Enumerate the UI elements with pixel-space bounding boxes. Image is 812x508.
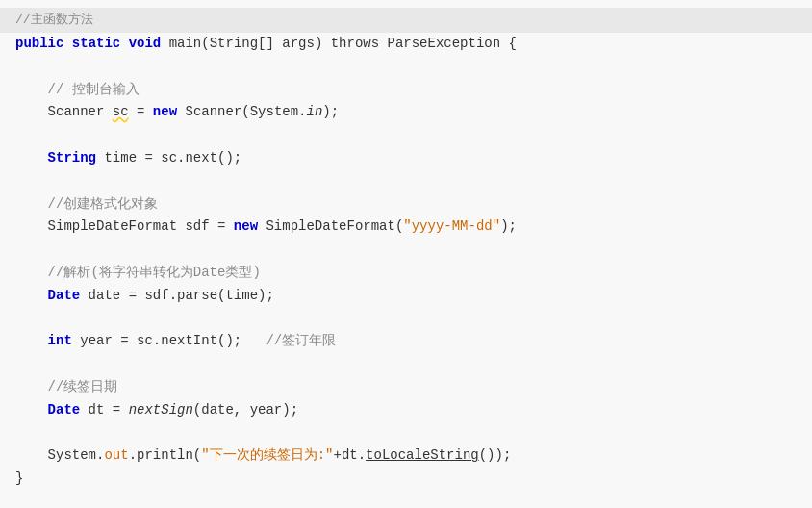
keyword-new-2: new [234, 216, 258, 239]
comment-format-obj: //创建格式化对象 [15, 193, 158, 216]
sdf-new: SimpleDateFormat( [258, 216, 403, 239]
comment-parse: //解析(将字符串转化为Date类型) [15, 262, 261, 285]
keyword-new-1: new [153, 101, 177, 124]
concat-text: +dt. [333, 444, 366, 468]
code-container: //主函数方法 public static void main(String[]… [0, 0, 812, 508]
scanner-type: Scanner [48, 101, 113, 124]
section-header-line: //主函数方法 [0, 8, 812, 33]
keyword-int: int [48, 330, 72, 353]
indent [15, 101, 48, 124]
blank-line-2 [0, 124, 812, 147]
code-line-scanner: Scanner sc = new Scanner(System. in ); [0, 101, 812, 124]
indent [15, 444, 48, 468]
indent [15, 399, 48, 422]
code-line-close-brace: } [0, 468, 812, 491]
code-line-1: public static void main(String[] args) t… [0, 33, 812, 56]
blank-line-7 [0, 422, 812, 445]
keyword-static: static [72, 33, 120, 56]
keyword-public: public [15, 33, 63, 56]
code-line-dt: Date dt = nextSign (date, year); [0, 399, 812, 422]
indent [15, 330, 48, 353]
scanner-end: ); [322, 101, 339, 124]
space [120, 33, 128, 56]
code-line-comment-4: //续签日期 [0, 376, 812, 399]
scanner-new: Scanner(System. [177, 101, 306, 124]
space: dt = [80, 399, 128, 422]
indent [15, 147, 48, 170]
sdf-type: SimpleDateFormat sdf = [48, 216, 234, 239]
code-line-comment-3: //解析(将字符串转化为Date类型) [0, 262, 812, 285]
dt-rest: (date, year); [193, 399, 298, 422]
code-line-int-year: int year = sc.nextInt(); //签订年限 [0, 330, 812, 353]
close-brace: } [15, 468, 23, 491]
comment-year-limit: //签订年限 [266, 330, 336, 353]
method-main: main(String[] args) throws ParseExceptio… [161, 33, 517, 56]
system-in: in [307, 101, 323, 124]
string-date-format: "yyyy-MM-dd" [403, 216, 500, 239]
out-text: out [104, 444, 128, 468]
to-locale-string: toLocaleString [366, 444, 479, 468]
blank-line-3 [0, 170, 812, 193]
code-line-println: System. out .println( "下一次的续签日为:" +dt. t… [0, 444, 812, 468]
indent [15, 285, 48, 308]
sdf-end: ); [500, 216, 517, 239]
blank-line-4 [0, 239, 812, 262]
println-text: .println( [129, 444, 202, 468]
code-line-sdf: SimpleDateFormat sdf = new SimpleDateFor… [0, 216, 812, 239]
space [63, 33, 71, 56]
indent [15, 216, 48, 239]
code-line-date-parse: Date date = sdf.parse(time); [0, 285, 812, 308]
scanner-var: sc [113, 101, 129, 124]
code-line-comment-1: // 控制台输入 [0, 79, 812, 102]
scanner-assign: = [129, 101, 153, 124]
comment-renew-date: //续签日期 [15, 376, 117, 399]
code-line-string-time: String time = sc.next(); [0, 147, 812, 170]
keyword-string: String [48, 147, 96, 170]
date-parse-rest: date = sdf.parse(time); [80, 285, 274, 308]
code-line-comment-2: //创建格式化对象 [0, 193, 812, 216]
system-text: System. [48, 444, 105, 468]
next-sign-call: nextSign [129, 399, 193, 422]
year-rest: year = sc.nextInt(); [72, 330, 266, 353]
string-output: "下一次的续签日为:" [201, 444, 333, 468]
blank-line-1 [0, 56, 812, 79]
time-rest: time = sc.next(); [96, 147, 241, 170]
keyword-date-1: Date [48, 285, 81, 308]
keyword-date-2: Date [48, 399, 81, 422]
keyword-void: void [129, 33, 162, 56]
println-end: ()); [479, 444, 512, 468]
section-header-text: //主函数方法 [15, 10, 93, 31]
blank-line-6 [0, 353, 812, 376]
blank-line-5 [0, 308, 812, 331]
comment-console-input: // 控制台输入 [15, 79, 140, 102]
